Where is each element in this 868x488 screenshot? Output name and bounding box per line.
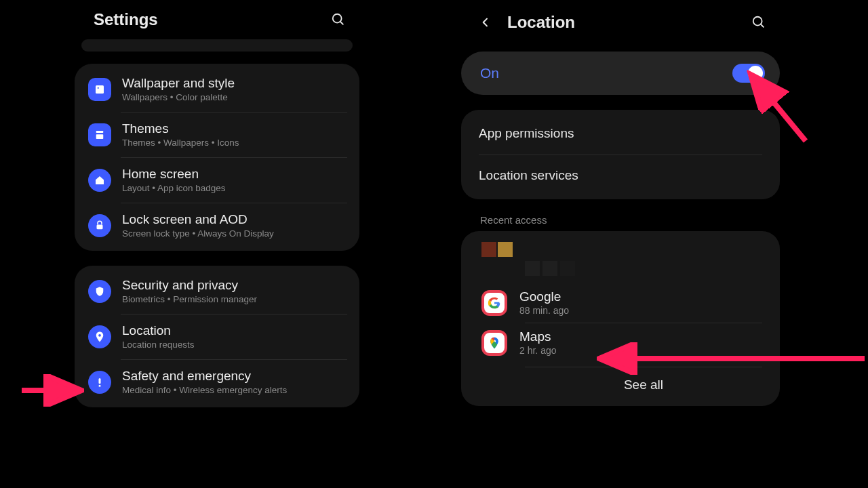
color-block	[481, 242, 496, 257]
back-button[interactable]	[477, 14, 494, 30]
settings-item-home-screen[interactable]: Home screen Layout • App icon badges	[75, 157, 359, 203]
toggle-label: On	[480, 65, 499, 81]
settings-item-sub: Medical info • Wireless emergency alerts	[122, 385, 287, 395]
settings-item-sub: Biometrics • Permission manager	[122, 294, 257, 304]
search-icon	[331, 12, 346, 27]
location-links-card: App permissions Location services	[461, 110, 780, 199]
annotation-arrow	[597, 342, 868, 376]
svg-rect-2	[96, 85, 104, 94]
settings-item-sub: Layout • App icon badges	[122, 183, 226, 193]
svg-point-3	[98, 87, 99, 88]
color-block	[542, 261, 557, 276]
color-block	[525, 261, 540, 276]
google-icon	[481, 290, 507, 316]
annotation-arrow	[745, 66, 819, 148]
svg-point-9	[99, 384, 101, 386]
color-block	[498, 242, 513, 257]
location-header: Location	[461, 0, 780, 39]
app-time: 2 hr. ago	[519, 345, 557, 356]
settings-item-sub: Themes • Wallpapers • Icons	[122, 138, 239, 148]
settings-item-wallpaper[interactable]: Wallpaper and style Wallpapers • Color p…	[75, 66, 359, 112]
link-app-permissions[interactable]: App permissions	[461, 113, 780, 155]
settings-item-title: Home screen	[122, 167, 226, 182]
scroll-indicator	[81, 39, 353, 52]
app-name: Google	[519, 289, 569, 304]
settings-item-title: Wallpaper and style	[122, 76, 235, 91]
settings-item-title: Security and privacy	[122, 278, 257, 293]
settings-group-display: Wallpaper and style Wallpapers • Color p…	[75, 64, 359, 251]
section-recent-access: Recent access	[461, 214, 780, 231]
settings-item-title: Safety and emergency	[122, 369, 287, 384]
settings-item-security[interactable]: Security and privacy Biometrics • Permis…	[75, 268, 359, 314]
search-button[interactable]	[750, 14, 768, 31]
settings-item-themes[interactable]: Themes Themes • Wallpapers • Icons	[75, 112, 359, 157]
settings-item-safety[interactable]: Safety and emergency Medical info • Wire…	[75, 359, 359, 405]
settings-item-title: Themes	[122, 121, 239, 136]
location-toggle-card: On	[461, 52, 780, 95]
annotation-arrow	[16, 373, 84, 407]
svg-rect-4	[96, 131, 104, 133]
svg-rect-6	[97, 224, 103, 229]
settings-panel: Settings Wallpaper and style Wallpapers …	[75, 0, 359, 488]
svg-point-7	[98, 333, 101, 336]
recent-access-card: Google 88 min. ago Maps 2 hr. ago See al…	[461, 231, 780, 406]
page-title: Location	[507, 13, 736, 32]
settings-item-sub: Screen lock type • Always On Display	[122, 228, 274, 239]
home-icon	[88, 169, 111, 192]
settings-item-lock-screen[interactable]: Lock screen and AOD Screen lock type • A…	[75, 203, 359, 248]
settings-group-security: Security and privacy Biometrics • Permis…	[75, 266, 359, 407]
link-location-services[interactable]: Location services	[461, 155, 780, 197]
svg-rect-5	[96, 134, 104, 139]
search-icon	[751, 15, 766, 30]
page-title: Settings	[94, 10, 158, 29]
location-panel: Location On App permissions Location ser…	[461, 0, 780, 488]
settings-item-sub: Wallpapers • Color palette	[122, 92, 235, 102]
recent-strip	[461, 239, 780, 261]
settings-item-title: Lock screen and AOD	[122, 212, 274, 227]
app-time: 88 min. ago	[519, 305, 569, 316]
color-block	[560, 261, 575, 276]
svg-line-14	[754, 79, 806, 141]
recent-strip-dim	[461, 261, 780, 283]
svg-rect-8	[99, 378, 101, 384]
svg-point-0	[333, 14, 342, 23]
themes-icon	[88, 123, 111, 146]
settings-item-title: Location	[122, 323, 195, 338]
settings-header: Settings	[75, 0, 359, 39]
recent-app-google[interactable]: Google 88 min. ago	[461, 283, 780, 323]
settings-item-sub: Location requests	[122, 340, 195, 350]
chevron-left-icon	[480, 17, 491, 28]
alert-icon	[88, 371, 111, 394]
svg-line-1	[340, 22, 344, 25]
svg-line-11	[761, 24, 764, 28]
settings-item-location[interactable]: Location Location requests	[75, 314, 359, 359]
svg-point-10	[753, 17, 762, 26]
pin-icon	[88, 325, 111, 348]
wallpaper-icon	[88, 78, 111, 101]
app-name: Maps	[519, 329, 557, 344]
search-button[interactable]	[330, 11, 347, 28]
shield-icon	[88, 280, 111, 303]
maps-icon	[481, 330, 507, 356]
lock-icon	[88, 214, 111, 237]
